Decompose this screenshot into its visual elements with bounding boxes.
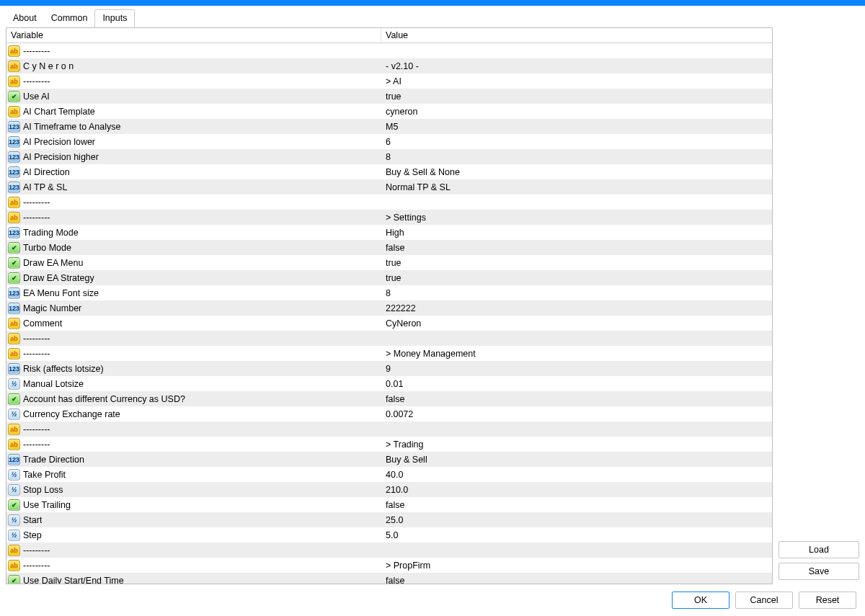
value-cell[interactable]: cyneron bbox=[381, 107, 772, 117]
table-row[interactable]: ✔Use AItrue bbox=[6, 89, 772, 104]
tab-inputs[interactable]: Inputs bbox=[94, 9, 135, 28]
column-header-variable[interactable]: Variable bbox=[6, 28, 381, 43]
table-row[interactable]: ab--------- bbox=[6, 43, 772, 58]
column-header-value[interactable]: Value bbox=[381, 28, 772, 43]
value-cell[interactable]: 9 bbox=[381, 364, 772, 374]
table-row[interactable]: 123EA Menu Font size8 bbox=[6, 285, 772, 300]
table-row[interactable]: 123Trade DirectionBuy & Sell bbox=[6, 452, 772, 467]
value-cell[interactable]: 0.01 bbox=[381, 379, 772, 389]
table-row[interactable]: ab--------- bbox=[6, 421, 772, 437]
value-cell[interactable]: 40.0 bbox=[381, 470, 772, 480]
text-icon: ab bbox=[8, 61, 20, 72]
variable-cell: ab--------- bbox=[6, 348, 381, 360]
variable-name: Magic Number bbox=[23, 303, 81, 313]
value-cell[interactable]: false bbox=[381, 500, 772, 510]
value-cell[interactable]: Buy & Sell bbox=[381, 455, 772, 465]
table-row[interactable]: ½Manual Lotsize0.01 bbox=[6, 376, 772, 391]
table-row[interactable]: 123Magic Number222222 bbox=[6, 300, 772, 316]
variable-cell: ½Take Profit bbox=[6, 469, 381, 481]
value-cell[interactable]: > PropFirm bbox=[381, 561, 772, 571]
value-cell[interactable]: 6 bbox=[381, 137, 772, 147]
tab-common[interactable]: Common bbox=[44, 10, 95, 27]
variable-cell: ½Step bbox=[6, 530, 381, 541]
value-cell[interactable]: - v2.10 - bbox=[381, 61, 772, 71]
table-row[interactable]: ✔Draw EA Strategytrue bbox=[6, 270, 772, 285]
value-cell[interactable]: Normal TP & SL bbox=[381, 182, 772, 192]
value-cell[interactable]: true bbox=[381, 273, 772, 283]
double-icon: ½ bbox=[8, 484, 20, 496]
value-cell[interactable]: false bbox=[381, 243, 772, 253]
table-row[interactable]: ab--------- > AI bbox=[6, 73, 772, 89]
value-cell[interactable]: 210.0 bbox=[381, 485, 772, 495]
table-row[interactable]: 123AI Precision higher8 bbox=[6, 149, 772, 164]
value-cell[interactable]: Buy & Sell & None bbox=[381, 167, 772, 177]
grid-body[interactable]: ab---------abC y N e r o n- v2.10 -ab---… bbox=[6, 43, 772, 584]
table-row[interactable]: ab--------- bbox=[6, 543, 772, 558]
save-button[interactable]: Save bbox=[778, 563, 859, 580]
integer-icon: 123 bbox=[8, 227, 20, 238]
variable-name: Use AI bbox=[23, 91, 50, 102]
value-cell[interactable]: 8 bbox=[381, 288, 772, 298]
table-row[interactable]: 123AI DirectionBuy & Sell & None bbox=[6, 164, 772, 179]
table-row[interactable]: ½Step5.0 bbox=[6, 527, 772, 543]
table-row[interactable]: ab--------- bbox=[6, 331, 772, 346]
variable-name: Start bbox=[23, 515, 42, 525]
value-cell[interactable]: 8 bbox=[381, 152, 772, 162]
table-row[interactable]: ab--------- > Money Management bbox=[6, 346, 772, 361]
value-cell[interactable]: false bbox=[381, 394, 772, 404]
table-row[interactable]: ✔Use Daily Start/End Timefalse bbox=[6, 573, 772, 584]
table-row[interactable]: ✔Account has different Currency as USD?f… bbox=[6, 391, 772, 406]
ok-button[interactable]: OK bbox=[672, 592, 729, 609]
table-row[interactable]: ab--------- > PropFirm bbox=[6, 558, 772, 573]
text-icon: ab bbox=[8, 560, 20, 571]
variable-cell: ab--------- bbox=[6, 439, 381, 450]
value-cell[interactable]: 0.0072 bbox=[381, 409, 772, 419]
integer-icon: 123 bbox=[8, 136, 20, 148]
table-row[interactable]: 123AI Timeframe to AnalyseM5 bbox=[6, 119, 772, 134]
reset-button[interactable]: Reset bbox=[799, 592, 856, 609]
variable-cell: 123Trading Mode bbox=[6, 227, 381, 238]
value-cell[interactable]: 5.0 bbox=[381, 530, 772, 540]
table-row[interactable]: 123Trading ModeHigh bbox=[6, 225, 772, 240]
table-row[interactable]: ½Stop Loss210.0 bbox=[6, 482, 772, 497]
integer-icon: 123 bbox=[8, 454, 20, 465]
table-row[interactable]: ✔Use Trailingfalse bbox=[6, 497, 772, 512]
value-cell[interactable]: 222222 bbox=[381, 303, 772, 313]
value-cell[interactable]: 25.0 bbox=[381, 515, 772, 525]
variable-name: Currency Exchange rate bbox=[23, 409, 120, 419]
variable-cell: 123Magic Number bbox=[6, 303, 381, 314]
text-icon: ab bbox=[8, 45, 20, 57]
value-cell[interactable]: High bbox=[381, 228, 772, 238]
value-cell[interactable]: M5 bbox=[381, 122, 772, 132]
table-row[interactable]: ½Take Profit40.0 bbox=[6, 467, 772, 482]
table-row[interactable]: abC y N e r o n- v2.10 - bbox=[6, 58, 772, 73]
value-cell[interactable]: > Settings bbox=[381, 213, 772, 223]
table-row[interactable]: ½Currency Exchange rate0.0072 bbox=[6, 406, 772, 421]
load-button[interactable]: Load bbox=[778, 541, 859, 558]
variable-name: --------- bbox=[23, 76, 50, 86]
value-cell[interactable]: true bbox=[381, 258, 772, 268]
value-cell[interactable]: > Money Management bbox=[381, 349, 772, 359]
cancel-button[interactable]: Cancel bbox=[735, 592, 793, 609]
table-row[interactable]: 123AI TP & SLNormal TP & SL bbox=[6, 179, 772, 195]
value-cell[interactable]: > AI bbox=[381, 76, 772, 86]
text-icon: ab bbox=[8, 318, 20, 329]
table-row[interactable]: ab--------- > Trading bbox=[6, 437, 772, 452]
value-cell[interactable]: > Trading bbox=[381, 439, 772, 450]
table-row[interactable]: 123AI Precision lower6 bbox=[6, 134, 772, 149]
table-row[interactable]: 123Risk (affects lotsize)9 bbox=[6, 361, 772, 376]
table-row[interactable]: ab--------- > Settings bbox=[6, 210, 772, 225]
tab-about[interactable]: About bbox=[6, 10, 44, 27]
table-row[interactable]: abAI Chart Templatecyneron bbox=[6, 104, 772, 119]
boolean-icon: ✔ bbox=[8, 393, 20, 405]
side-buttons: Load Save bbox=[773, 27, 859, 584]
table-row[interactable]: abCommentCyNeron bbox=[6, 316, 772, 331]
value-cell[interactable]: false bbox=[381, 576, 772, 584]
table-row[interactable]: ✔Turbo Modefalse bbox=[6, 240, 772, 255]
value-cell[interactable]: CyNeron bbox=[381, 318, 772, 329]
table-row[interactable]: ½Start25.0 bbox=[6, 512, 772, 527]
table-row[interactable]: ab--------- bbox=[6, 195, 772, 210]
table-row[interactable]: ✔Draw EA Menutrue bbox=[6, 255, 772, 270]
integer-icon: 123 bbox=[8, 121, 20, 133]
value-cell[interactable]: true bbox=[381, 91, 772, 102]
